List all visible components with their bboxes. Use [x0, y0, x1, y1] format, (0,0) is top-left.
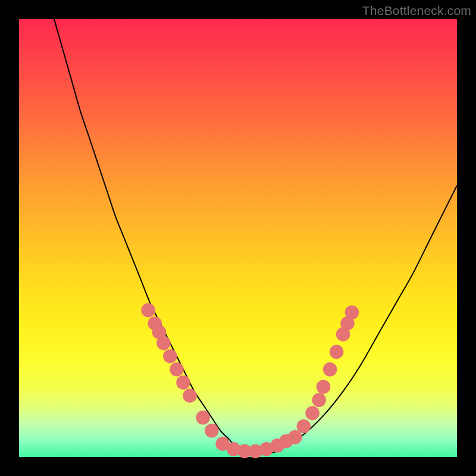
- data-marker-right: [305, 406, 320, 421]
- bottleneck-curve: [54, 19, 457, 453]
- data-marker-right: [317, 380, 331, 394]
- data-marker-right: [345, 305, 359, 320]
- data-marker-right: [323, 362, 337, 377]
- curve-layer: [19, 19, 457, 457]
- data-marker-left: [183, 389, 197, 403]
- outer-frame: TheBottleneck.com: [0, 0, 476, 476]
- data-marker-left: [205, 424, 219, 438]
- data-marker-left: [196, 411, 210, 425]
- data-marker-left: [170, 362, 184, 377]
- data-marker-left: [141, 303, 155, 318]
- data-marker-right: [330, 345, 344, 359]
- marker-layer: [141, 303, 359, 459]
- data-marker-right: [288, 430, 302, 444]
- data-marker-left: [156, 336, 171, 350]
- data-marker-left: [163, 349, 177, 364]
- data-marker-left: [176, 375, 190, 390]
- data-marker-right: [312, 393, 326, 408]
- watermark-text: TheBottleneck.com: [362, 4, 471, 18]
- data-marker-right: [297, 419, 311, 434]
